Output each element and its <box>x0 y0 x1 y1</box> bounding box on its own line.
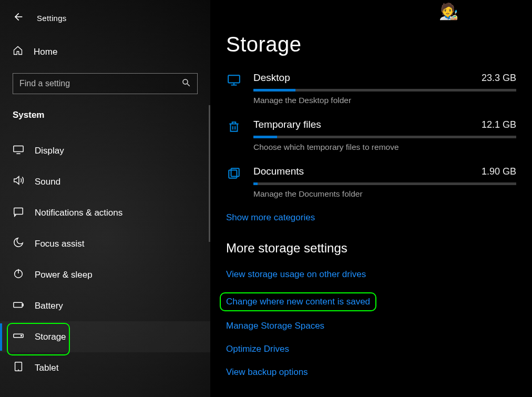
storage-category-desktop[interactable]: Desktop 23.3 GB Manage the Desktop folde… <box>226 72 516 105</box>
category-list: Desktop 23.3 GB Manage the Desktop folde… <box>226 72 516 199</box>
storage-category-documents[interactable]: Documents 1.90 GB Manage the Documents f… <box>226 166 516 199</box>
sidebar-item-label: Notifications & actions <box>35 208 122 218</box>
sidebar-item-display[interactable]: Display <box>0 135 210 166</box>
svg-rect-14 <box>228 75 240 83</box>
storage-icon <box>13 330 24 344</box>
sidebar-item-battery[interactable]: Battery <box>0 290 210 321</box>
topbar: Settings <box>0 6 210 27</box>
sidebar-item-label: Storage <box>35 332 66 342</box>
section-heading: More storage settings <box>226 241 516 256</box>
tablet-icon <box>13 361 24 375</box>
search-icon <box>181 78 191 89</box>
power-icon <box>13 268 24 282</box>
battery-icon <box>13 299 24 313</box>
search-box[interactable] <box>13 73 198 94</box>
annotation-highlight-change-location: Change where new content is saved <box>220 292 376 311</box>
sidebar-item-storage[interactable]: Storage <box>0 321 210 352</box>
sidebar-item-notifications[interactable]: Notifications & actions <box>0 197 210 228</box>
section-label: System <box>0 94 210 120</box>
sidebar-item-tablet[interactable]: Tablet <box>0 352 210 383</box>
svg-rect-8 <box>14 302 23 307</box>
usage-bar <box>253 136 516 138</box>
category-name: Desktop <box>253 72 290 84</box>
svg-rect-9 <box>22 304 23 306</box>
link-change-save-location[interactable]: Change where new content is saved <box>226 297 370 307</box>
svg-line-2 <box>187 84 190 86</box>
desktop-icon <box>226 72 242 87</box>
sidebar-item-focus-assist[interactable]: Focus assist <box>0 228 210 259</box>
category-caption: Manage the Documents folder <box>253 189 516 199</box>
sidebar-item-label: Focus assist <box>35 239 84 249</box>
home-icon <box>13 45 23 58</box>
show-more-link[interactable]: Show more categories <box>226 212 315 222</box>
category-name: Documents <box>253 166 304 177</box>
search-input[interactable] <box>19 79 181 88</box>
sidebar-item-label: Sound <box>35 177 60 187</box>
scrollbar[interactable] <box>209 105 210 242</box>
page-title: Storage <box>226 33 516 56</box>
main-pane: 🧑‍🎨 Storage Desktop 23.3 GB Manage the D… <box>210 0 532 397</box>
sidebar-item-label: Display <box>35 146 64 156</box>
category-size: 23.3 GB <box>482 73 516 84</box>
link-backup-options[interactable]: View backup options <box>226 367 308 377</box>
svg-rect-3 <box>14 146 23 152</box>
category-size: 1.90 GB <box>482 166 516 177</box>
storage-category-temp[interactable]: Temporary files 12.1 GB Choose which tem… <box>226 119 516 152</box>
sidebar-item-label: Tablet <box>35 363 58 373</box>
category-caption: Choose which temporary files to remove <box>253 142 516 152</box>
display-icon <box>13 144 24 158</box>
home-label: Home <box>34 47 57 57</box>
svg-point-1 <box>183 79 188 84</box>
home-nav[interactable]: Home <box>0 27 210 58</box>
svg-rect-18 <box>231 168 239 176</box>
nav-list: Display Sound Notifications & actions Fo… <box>0 120 210 383</box>
category-size: 12.1 GB <box>482 119 516 130</box>
documents-icon <box>226 166 242 180</box>
sidebar-item-sound[interactable]: Sound <box>0 166 210 197</box>
svg-rect-5 <box>14 208 23 215</box>
back-arrow-icon[interactable] <box>13 12 23 24</box>
sound-icon <box>13 175 24 189</box>
sidebar: Settings Home System Display Sound Notif… <box>0 0 210 397</box>
usage-bar <box>253 182 516 185</box>
sidebar-item-label: Battery <box>35 301 63 311</box>
trash-icon <box>226 119 242 134</box>
link-storage-spaces[interactable]: Manage Storage Spaces <box>226 321 324 331</box>
app-title: Settings <box>37 14 67 23</box>
svg-point-11 <box>21 335 22 337</box>
link-other-drives[interactable]: View storage usage on other drives <box>226 269 366 279</box>
category-name: Temporary files <box>253 119 321 130</box>
avatar: 🧑‍🎨 <box>439 2 458 21</box>
link-optimize-drives[interactable]: Optimize Drives <box>226 344 289 354</box>
notifications-icon <box>13 206 24 220</box>
sidebar-item-label: Power & sleep <box>35 270 93 280</box>
sidebar-item-power-sleep[interactable]: Power & sleep <box>0 259 210 290</box>
focus-assist-icon <box>13 237 24 251</box>
category-caption: Manage the Desktop folder <box>253 96 516 105</box>
usage-bar <box>253 89 516 91</box>
